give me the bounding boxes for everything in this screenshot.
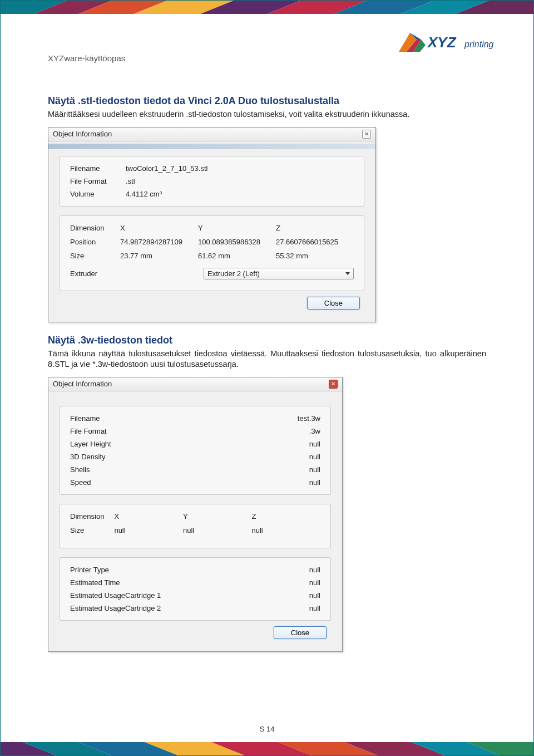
section2-heading: Näytä .3w-tiedoston tiedot: [48, 335, 486, 346]
row-label: Layer Height: [70, 440, 111, 448]
svg-text:printing: printing: [464, 40, 494, 49]
row-label: 3D Density: [70, 453, 106, 461]
extruder-select[interactable]: Extruder 2 (Left): [204, 268, 354, 279]
size-label: Size: [70, 252, 120, 260]
row-value: null: [309, 604, 320, 612]
size-y: 61.62 mm: [198, 252, 276, 260]
close-button[interactable]: Close: [274, 626, 327, 639]
doc-header: XYZware-käyttöopas: [48, 53, 125, 63]
xyzprinting-logo: XYZ printing: [394, 28, 495, 56]
volume-value: 4.4112 cm³: [126, 190, 354, 198]
position-z: 27.6607666015625: [276, 238, 354, 246]
size-x: 23.77 mm: [120, 252, 198, 260]
file-info-panel-3w: Filenametest.3w File Format.3w Layer Hei…: [60, 406, 331, 495]
size-z: 55.32 mm: [276, 252, 354, 260]
section2-body: Tämä ikkuna näyttää tulostusasetukset ti…: [48, 348, 486, 370]
dialog1-titlebar: Object Information ✕: [48, 127, 375, 141]
section1-body: Määrittääksesi uudelleen ekstruuderin .s…: [48, 109, 486, 120]
object-info-dialog-stl: Object Information ✕ Filename twoColor1_…: [48, 127, 376, 322]
axis-z: Z: [276, 224, 354, 232]
axis-y: Y: [183, 512, 252, 521]
filename-label: Filename: [70, 164, 126, 173]
position-x: 74.9872894287109: [120, 238, 198, 246]
row-value: null: [309, 453, 320, 461]
dialog2-title: Object Information: [53, 380, 112, 388]
dimension-label: Dimension: [70, 512, 114, 521]
row-label: Estimated UsageCartridge 1: [70, 591, 161, 600]
row-label: Speed: [70, 478, 91, 487]
extruder-label: Extruder: [70, 269, 204, 278]
dimension-panel: Dimension X Y Z Position 74.987289428710…: [60, 215, 364, 291]
chevron-down-icon: [345, 272, 350, 275]
printer-info-panel: Printer Typenull Estimated Timenull Esti…: [60, 557, 331, 621]
size-x: null: [114, 526, 183, 534]
top-border-decoration: [1, 1, 533, 14]
close-button[interactable]: Close: [307, 297, 360, 310]
format-label: File Format: [70, 177, 126, 185]
bottom-border-decoration: [1, 742, 533, 755]
row-label: Estimated Time: [70, 578, 120, 587]
dimension-label: Dimension: [70, 224, 120, 232]
row-value: null: [309, 591, 320, 600]
file-info-panel: Filename twoColor1_2_7_10_53.stl File Fo…: [60, 156, 364, 207]
axis-y: Y: [198, 224, 276, 232]
row-value: null: [309, 465, 320, 474]
dialog1-title: Object Information: [53, 130, 112, 138]
row-value: null: [309, 440, 320, 448]
size-label: Size: [70, 526, 114, 534]
section1-heading: Näytä .stl-tiedoston tiedot da Vinci 2.0…: [48, 95, 486, 107]
filename-value: twoColor1_2_7_10_53.stl: [126, 164, 354, 173]
row-value: test.3w: [298, 414, 320, 423]
axis-z: Z: [251, 512, 320, 521]
row-value: null: [309, 478, 320, 487]
position-label: Position: [70, 238, 120, 246]
position-y: 100.089385986328: [198, 238, 276, 246]
row-value: null: [309, 578, 320, 587]
size-y: null: [183, 526, 252, 534]
size-z: null: [251, 526, 320, 534]
row-label: Printer Type: [70, 566, 109, 574]
axis-x: X: [114, 512, 183, 521]
row-value: null: [309, 566, 320, 574]
dimension-panel-3w: Dimension X Y Z Size null null null: [60, 504, 331, 548]
close-icon[interactable]: ✕: [329, 380, 338, 389]
extruder-selected-value: Extruder 2 (Left): [207, 269, 260, 278]
row-label: Filename: [70, 414, 100, 423]
row-label: File Format: [70, 427, 107, 435]
volume-label: Volume: [70, 190, 126, 198]
axis-x: X: [120, 224, 198, 232]
page-number: S 14: [1, 725, 533, 733]
dialog2-titlebar: Object Information ✕: [48, 377, 342, 391]
row-label: Shells: [70, 465, 90, 474]
svg-text:XYZ: XYZ: [427, 34, 457, 51]
format-value: .stl: [126, 177, 354, 185]
row-value: .3w: [309, 427, 320, 435]
row-label: Estimated UsageCartridge 2: [70, 604, 161, 612]
object-info-dialog-3w: Object Information ✕ Filenametest.3w Fil…: [48, 377, 343, 652]
close-icon[interactable]: ✕: [362, 130, 371, 139]
